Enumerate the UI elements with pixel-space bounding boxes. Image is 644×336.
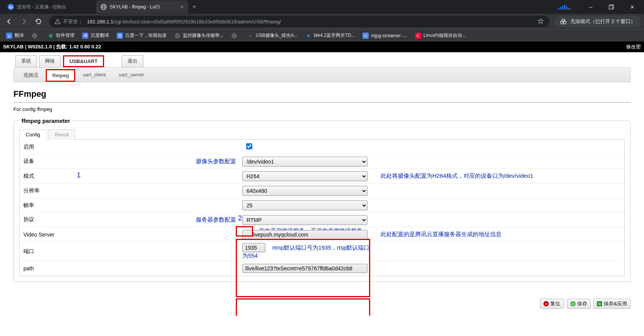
label-port: 端口 — [23, 248, 34, 255]
section-legend: ffmpeg parameter — [19, 118, 73, 124]
reload-button[interactable] — [32, 15, 45, 28]
label-mode: 模式 — [23, 173, 34, 180]
svg-point-6 — [57, 23, 58, 23]
bookmark-item[interactable]: 译百度翻译 — [79, 31, 112, 40]
save-button[interactable]: ✓保存 — [567, 299, 591, 309]
label-device: 设备 — [23, 158, 34, 165]
svg-rect-4 — [609, 5, 613, 9]
skylab-header: SKYLAB | W0262.1.0 | 负载: 1.42 0.60 0.22 … — [0, 41, 644, 52]
bookmark-item[interactable]: 옹百度一下，你就知道 — [114, 31, 170, 40]
port-input[interactable] — [242, 243, 265, 252]
anno-server: 此处配置的是腾讯云直播服务器生成的地址信息 — [374, 231, 624, 238]
anno-mode: 此处将摄像头配置为H264格式，对应的设备口为/dev/video1 — [374, 172, 624, 180]
close-icon[interactable]: × — [180, 4, 184, 10]
mode-select[interactable]: H264 — [242, 171, 368, 181]
nav-system[interactable]: 系统 — [15, 55, 37, 67]
app-icon: ▪ — [363, 33, 369, 39]
baidu-icon: 옹 — [117, 33, 123, 39]
url-bar[interactable]: 不安全 | 192.168.1.1/cgi-bin/luci/;stok=d3d… — [49, 16, 550, 27]
translate-icon: 译 — [82, 33, 88, 39]
bookmark-item[interactable]: ▦软件管理 — [45, 31, 78, 40]
bookmark-item[interactable]: CLinux内核模块自动... — [412, 31, 469, 40]
tab-title: SKYLAB - ffmpeg - LuCI — [110, 4, 177, 10]
save-apply-button[interactable]: ↻保存&应用 — [593, 299, 631, 309]
sub-nav-uartserver[interactable]: uart_server — [113, 69, 150, 82]
bookmarks-bar: a翻译 ▦软件管理 译百度翻译 옹百度一下，你就知道 监控摄像头传输带... c… — [0, 29, 644, 41]
new-tab-button[interactable]: + — [189, 2, 200, 12]
row-fps: 帧率 25 — [20, 198, 624, 213]
form-table: 启用 设备摄像头参数配置 /dev/video1 模式 H264 此处将摄像头配… — [19, 139, 625, 276]
bookmark-item[interactable]: 监控摄像头传输带... — [171, 31, 227, 40]
row-resolution: 分辨率 640x480 — [20, 184, 624, 198]
url-text: 192.168.1.1/cgi-bin/luci/;stok=d3d5af08f… — [87, 19, 281, 25]
forward-button[interactable] — [18, 15, 30, 28]
csdn-icon: c — [247, 33, 253, 39]
label-server: Video Server — [23, 232, 55, 238]
security-warning: 不安全 | — [55, 18, 84, 25]
resolution-select[interactable]: 640x480 — [242, 186, 368, 196]
device-select[interactable]: /dev/video1 — [242, 157, 368, 167]
nav-logout[interactable]: 退出 — [122, 55, 143, 67]
row-device: 设备摄像头参数配置 /dev/video1 — [20, 154, 624, 169]
annotation-number-2: 2 — [238, 214, 242, 222]
nav-network[interactable]: 网络 — [39, 55, 61, 67]
enable-checkbox[interactable] — [246, 143, 252, 149]
anno-camera-params: 摄像头参数配置 — [196, 158, 242, 165]
globe-icon — [31, 33, 38, 39]
anno-server-params: 服务器参数配置 — [196, 216, 242, 223]
activity-indicator-icon — [558, 4, 571, 10]
sub-nav-ffmpeg[interactable]: ffmpeg — [46, 69, 75, 82]
nav-usbuart[interactable]: USB&UART — [63, 55, 104, 67]
tab-bar: ∞ 流管理 - 云直播 - 控制台 SKYLAB - ffmpeg - LuCI… — [0, 0, 644, 14]
bookmark-item[interactable]: cUSB摄像头_镁光A... — [244, 31, 301, 40]
minimize-button[interactable]: ─ — [582, 1, 599, 13]
sub-nav-wrap: 视频流 ffmpeg uart_client uart_server — [13, 67, 631, 82]
reset-button[interactable]: ×复位 — [540, 299, 564, 309]
nav-bar: 不安全 | 192.168.1.1/cgi-bin/luci/;stok=d3d… — [0, 14, 644, 29]
svg-point-8 — [563, 22, 566, 24]
row-path: path — [20, 261, 624, 276]
row-mode: 模式 H264 此处将摄像头配置为H264格式，对应的设备口为/dev/vide… — [20, 169, 624, 184]
label-enable: 启用 — [23, 144, 34, 151]
browser-tab-inactive[interactable]: ∞ 流管理 - 云直播 - 控制台 — [3, 0, 95, 13]
globe-icon — [101, 4, 107, 10]
action-bar: ×复位 ✓保存 ↻保存&应用 — [13, 287, 631, 312]
browser-tab-active[interactable]: SKYLAB - ffmpeg - LuCI × — [96, 0, 188, 13]
close-window-button[interactable]: ✕ — [623, 1, 641, 13]
check-icon: ✓ — [570, 301, 576, 306]
app-icon: ▦ — [48, 33, 54, 39]
tab-config[interactable]: Config — [19, 129, 47, 140]
sub-nav-video[interactable]: 视频流 — [18, 69, 44, 82]
server-input[interactable] — [242, 230, 368, 239]
header-title: SKYLAB | W0262.1.0 | 负载: 1.42 0.60 0.22 — [3, 43, 101, 50]
path-input[interactable] — [242, 264, 368, 273]
header-right[interactable]: 修改密 — [626, 43, 641, 50]
tab-result[interactable]: Result — [48, 129, 76, 140]
sub-nav-uartclient[interactable]: uart_client — [77, 69, 111, 82]
bookmark-item[interactable] — [28, 31, 43, 40]
maximize-button[interactable] — [603, 1, 620, 13]
main-nav: 系统 网络 USB&UART 退出 — [0, 52, 644, 67]
incognito-label: 无痕模式（已打开 2 个窗口） — [570, 18, 636, 25]
row-enable: 启用 — [20, 140, 624, 154]
sub-nav: 视频流 ffmpeg uart_client uart_server — [13, 67, 631, 82]
globe-icon — [231, 33, 237, 39]
bookmark-star-icon[interactable] — [537, 18, 544, 26]
page-title: FFmpeg — [13, 86, 631, 103]
annotation-number-1: 1 — [77, 171, 81, 179]
apply-icon: ↻ — [597, 301, 602, 306]
cloud-icon: ∞ — [8, 4, 14, 10]
cube-icon: ◈ — [305, 33, 311, 39]
bookmark-item[interactable]: a翻译 — [3, 31, 27, 40]
incognito-badge[interactable]: 无痕模式（已打开 2 个窗口） — [554, 16, 641, 27]
row-port: 端口 rtmp默认端口号为1935，rtsp默认端口为554 — [20, 242, 624, 261]
svg-point-7 — [560, 22, 563, 24]
bookmark-item[interactable]: ◈ble4.2蓝牙网关TD... — [302, 31, 358, 40]
bookmark-item[interactable]: ▪mjpg-streamer -... — [359, 31, 411, 40]
row-protocol: 协议服务器参数配置 RTMP — [20, 213, 624, 227]
protocol-select[interactable]: RTMP — [242, 215, 368, 225]
bookmark-item[interactable] — [228, 31, 243, 40]
back-button[interactable] — [3, 15, 15, 28]
fps-select[interactable]: 25 — [242, 200, 368, 210]
window-controls: ─ ✕ — [558, 1, 644, 13]
